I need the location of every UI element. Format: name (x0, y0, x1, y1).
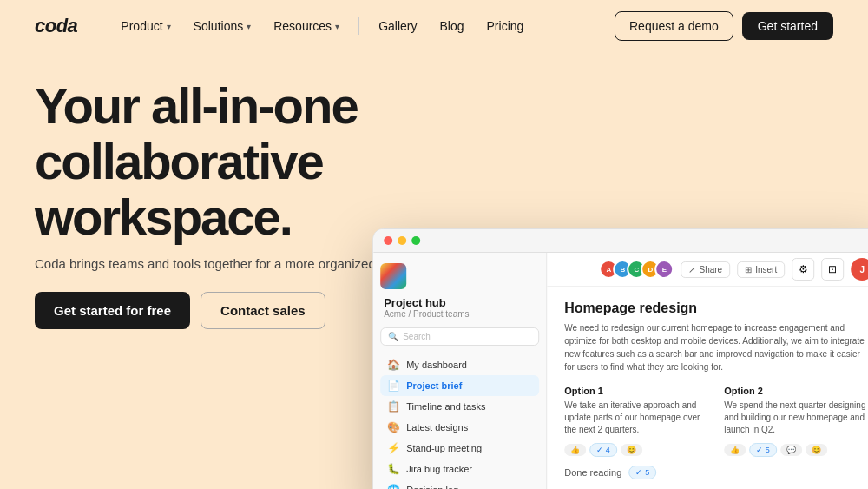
option-1-box: Option 1 We take an iterative approach a… (564, 386, 707, 457)
done-section: Done reading ✓ 5 (564, 466, 866, 479)
option-2-label: Option 2 (724, 386, 866, 396)
sidebar-search[interactable]: 🔍 Search (380, 327, 539, 346)
get-started-free-button[interactable]: Get started for free (35, 292, 190, 329)
nav-product-label: Product (121, 19, 162, 33)
sidebar-item-label: Decision log (406, 485, 458, 489)
sidebar-item-standup[interactable]: ⚡ Stand-up meeting (380, 438, 539, 459)
sidebar-item-timeline[interactable]: 📋 Timeline and tasks (380, 396, 539, 417)
nav-gallery-label: Gallery (378, 19, 417, 33)
maximize-dot (411, 236, 420, 245)
sidebar-item-decision[interactable]: 🌐 Decision log (380, 479, 539, 489)
insert-icon: ⊞ (745, 265, 752, 274)
sidebar-item-label: Timeline and tasks (406, 401, 485, 412)
nav-gallery[interactable]: Gallery (370, 14, 425, 38)
chevron-down-icon: ▾ (247, 22, 251, 31)
get-started-button[interactable]: Get started (742, 12, 833, 40)
minimize-dot (398, 236, 406, 245)
done-icon: ✓ (635, 468, 642, 477)
sidebar-logo (380, 263, 406, 289)
dashboard-icon: 🏠 (387, 359, 400, 371)
main-toolbar: A B C D E ↗ Share ⊞ Insert ⚙ (547, 253, 868, 287)
designs-icon: 🎨 (387, 421, 400, 433)
reaction-chip-count[interactable]: ✓ 4 (589, 443, 617, 457)
reaction-chip-count[interactable]: ✓ 5 (749, 443, 777, 457)
brief-icon: 📄 (387, 380, 400, 392)
chevron-down-icon: ▾ (167, 22, 171, 31)
option-1-text: We take an iterative approach and update… (564, 400, 707, 436)
option-2-text: We spend the next quarter designing and … (724, 400, 866, 436)
doc-body: We need to redesign our current homepage… (564, 321, 866, 373)
options-row: Option 1 We take an iterative approach a… (564, 386, 866, 457)
gear-icon: ⚙ (799, 263, 808, 275)
sidebar-item-designs[interactable]: 🎨 Latest designs (380, 417, 539, 438)
window-chrome (373, 229, 868, 253)
search-placeholder: Search (403, 332, 431, 341)
reaction-chip[interactable]: 💬 (780, 444, 802, 456)
sidebar-item-brief[interactable]: 📄 Project brief (380, 375, 539, 396)
reaction-chip[interactable]: 👍 (564, 444, 586, 456)
sidebar-subtitle: Acme / Product teams (380, 309, 539, 319)
avatar: E (654, 260, 674, 279)
nav-divider (358, 17, 359, 35)
sidebar: Project hub Acme / Product teams 🔍 Searc… (373, 253, 547, 489)
nav-solutions-label: Solutions (194, 19, 244, 33)
reaction-chip[interactable]: 😊 (806, 444, 827, 456)
nav-pricing[interactable]: Pricing (478, 14, 533, 38)
option-1-chips: 👍 ✓ 4 😊 (564, 443, 707, 457)
sidebar-item-jira[interactable]: 🐛 Jira bug tracker (380, 459, 539, 479)
nav-product[interactable]: Product ▾ (112, 14, 179, 38)
reaction-chip[interactable]: 😊 (621, 444, 642, 456)
done-count-chip[interactable]: ✓ 5 (628, 466, 656, 479)
chevron-down-icon: ▾ (335, 22, 339, 31)
app-mockup: Project hub Acme / Product teams 🔍 Searc… (372, 228, 868, 489)
avatar-group: A B C D E (604, 260, 674, 279)
sidebar-item-dashboard[interactable]: 🏠 My dashboard (380, 354, 539, 375)
nav-blog-label: Blog (439, 19, 464, 33)
nav-pricing-label: Pricing (487, 19, 524, 33)
user-avatar: J (851, 258, 868, 281)
done-label: Done reading (564, 467, 621, 478)
reaction-chip[interactable]: 👍 (724, 444, 746, 456)
timeline-icon: 📋 (387, 400, 400, 413)
settings-button[interactable]: ⚙ (792, 258, 814, 281)
insert-button[interactable]: ⊞ Insert (737, 261, 785, 278)
navbar: coda Product ▾ Solutions ▾ Resources ▾ G… (0, 0, 868, 52)
done-count: 5 (645, 468, 649, 477)
nav-blog[interactable]: Blog (431, 14, 472, 38)
nav-solutions[interactable]: Solutions ▾ (185, 14, 260, 38)
search-icon: 🔍 (388, 332, 398, 341)
sidebar-item-label: Project brief (406, 380, 462, 391)
jira-icon: 🐛 (387, 463, 400, 475)
logo[interactable]: coda (35, 15, 77, 37)
close-dot (384, 236, 392, 245)
hero-headline: Your all-in-one collaborative workspace. (35, 78, 529, 244)
decision-icon: 🌐 (387, 484, 400, 489)
sidebar-item-label: Jira bug tracker (406, 464, 472, 474)
sidebar-item-label: Stand-up meeting (406, 443, 482, 453)
option-2-box: Option 2 We spend the next quarter desig… (724, 386, 866, 457)
sidebar-project-title: Project hub (380, 296, 539, 309)
sidebar-item-label: My dashboard (406, 360, 467, 370)
option-2-chips: 👍 ✓ 5 💬 😊 (724, 443, 866, 457)
nav-resources[interactable]: Resources ▾ (265, 14, 348, 38)
option-1-label: Option 1 (564, 386, 707, 396)
share-button[interactable]: ↗ Share (681, 261, 730, 278)
sidebar-item-label: Latest designs (406, 422, 468, 433)
view-icon: ⊡ (828, 263, 837, 275)
doc-area: Homepage redesign We need to redesign ou… (547, 287, 868, 489)
nav-links: Product ▾ Solutions ▾ Resources ▾ Galler… (112, 14, 615, 38)
standup-icon: ⚡ (387, 442, 400, 454)
share-icon: ↗ (688, 265, 695, 274)
view-button[interactable]: ⊡ (821, 258, 844, 281)
contact-sales-button[interactable]: Contact sales (201, 292, 326, 329)
request-demo-button[interactable]: Request a demo (615, 11, 733, 41)
doc-title: Homepage redesign (564, 301, 866, 316)
nav-resources-label: Resources (273, 19, 332, 33)
nav-actions: Request a demo Get started (615, 11, 833, 41)
app-layout: Project hub Acme / Product teams 🔍 Searc… (373, 253, 868, 489)
main-content: A B C D E ↗ Share ⊞ Insert ⚙ (547, 253, 868, 489)
